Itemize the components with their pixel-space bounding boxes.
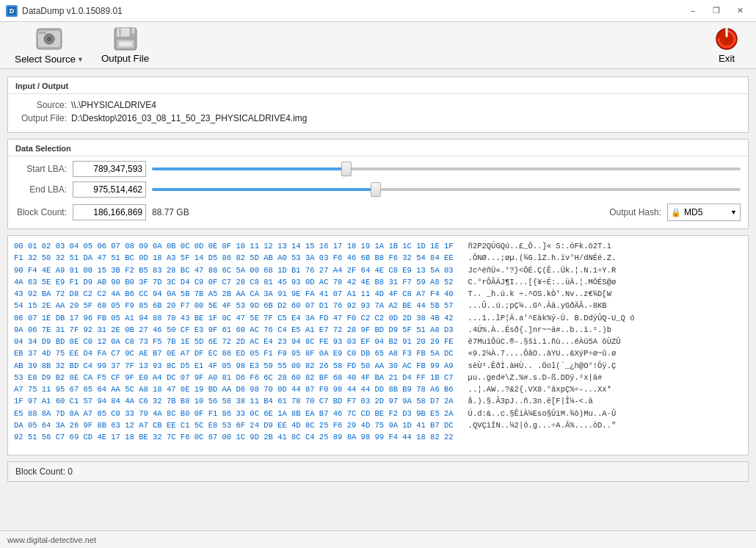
svg-point-6	[48, 38, 50, 40]
hex-bytes: 00 01 02 03 04 05 06 07 08 09 0A 0B 0C 0…	[14, 240, 454, 444]
restore-button[interactable]: ❐	[706, 4, 727, 18]
titlebar: D DataDump v1.0.15089.01 − ❐ ✕	[0, 0, 756, 22]
end-lba-row: End LBA:	[15, 181, 741, 198]
io-section: Input / Output Source: \\.\PHYSICALDRIVE…	[7, 76, 749, 133]
io-section-title: Input / Output	[8, 77, 748, 94]
end-lba-input[interactable]	[73, 181, 146, 198]
source-label: Source:	[15, 100, 67, 110]
exit-label: Exit	[719, 53, 735, 64]
block-count-bottom-label: Block Count: 0	[15, 466, 73, 477]
output-value: D:\Desktop\2016_03_08_11_50_23_PHYSICALD…	[71, 113, 308, 123]
block-count-input[interactable]	[73, 204, 146, 220]
source-row: Source: \\.\PHYSICALDRIVE4	[15, 100, 741, 110]
block-count-size: 88.77 GB	[152, 207, 189, 217]
svg-rect-13	[131, 28, 135, 34]
svg-text:D: D	[10, 7, 15, 15]
blockcount-row: Block Count: 88.77 GB Output Hash: 🔒 MD5…	[15, 203, 741, 221]
hdd-icon	[35, 26, 63, 52]
data-selection-title: Data Selection	[8, 140, 748, 156]
end-lba-label: End LBA:	[15, 184, 67, 195]
block-count-label: Block Count:	[15, 207, 67, 217]
hash-value: MD5	[684, 207, 702, 217]
hash-dropdown-arrow: ▼	[730, 209, 737, 216]
statusbar-text: www.digital-detective.net	[7, 536, 96, 544]
app-title: DataDump v1.0.15089.01	[22, 6, 123, 16]
output-file-button[interactable]: Output File	[94, 25, 156, 66]
main-content: Input / Output Source: \\.\PHYSICALDRIVE…	[0, 69, 756, 530]
svg-rect-12	[119, 42, 132, 46]
end-lba-slider-container	[152, 181, 741, 198]
io-section-body: Source: \\.\PHYSICALDRIVE4 Output File: …	[8, 94, 748, 132]
start-lba-input[interactable]	[73, 161, 146, 177]
source-value: \\.\PHYSICALDRIVE4	[71, 100, 156, 110]
hex-dump-section: 00 01 02 03 04 05 06 07 08 09 0A 0B 0C 0…	[7, 235, 749, 455]
start-lba-row: Start LBA:	[15, 161, 741, 177]
start-lba-fill	[152, 167, 346, 170]
data-selection-section: Data Selection Start LBA: End LBA:	[7, 139, 749, 229]
svg-rect-9	[117, 28, 130, 37]
block-count-display: Block Count: 0	[7, 461, 749, 482]
output-file-label: Output File	[101, 53, 149, 64]
hash-section: Output Hash: 🔒 MD5 ▼	[609, 203, 741, 221]
floppy-icon	[113, 26, 138, 51]
select-source-icon-wrap	[34, 26, 64, 52]
hash-label: Output Hash:	[609, 207, 661, 217]
exit-button[interactable]: Exit	[705, 25, 749, 66]
output-row: Output File: D:\Desktop\2016_03_08_11_50…	[15, 113, 741, 123]
svg-rect-7	[39, 32, 46, 34]
start-lba-label: Start LBA:	[15, 164, 67, 174]
select-source-dropdown-arrow: ▼	[77, 56, 84, 63]
data-selection-body: Start LBA: End LBA:	[8, 156, 748, 228]
end-lba-thumb[interactable]	[371, 182, 381, 197]
exit-icon	[714, 26, 739, 51]
hex-ascii: ñ2P2QÚGQú..£_Õ..]« S:.öFk.ò2T.ì .ÕNØ...;…	[468, 240, 635, 444]
close-button[interactable]: ✕	[730, 4, 750, 18]
start-lba-thumb[interactable]	[341, 162, 352, 176]
output-file-icon-wrap	[111, 26, 140, 51]
hex-content: 00 01 02 03 04 05 06 07 08 09 0A 0B 0C 0…	[14, 240, 742, 444]
start-lba-track	[152, 167, 741, 170]
hash-select-inner: 🔒 MD5	[671, 207, 702, 217]
end-lba-fill	[152, 188, 376, 191]
start-lba-slider-container	[152, 161, 741, 177]
statusbar: www.digital-detective.net	[0, 530, 756, 548]
hash-select[interactable]: 🔒 MD5 ▼	[667, 203, 741, 221]
select-source-label: Select Source	[15, 54, 76, 65]
app-icon: D	[6, 5, 18, 17]
titlebar-left: D DataDump v1.0.15089.01	[6, 5, 123, 17]
output-label: Output File:	[15, 113, 67, 123]
exit-icon-wrap	[712, 26, 741, 51]
svg-rect-10	[119, 29, 121, 36]
titlebar-controls: − ❐ ✕	[683, 4, 750, 18]
select-source-button[interactable]: Select Source ▼	[7, 25, 91, 66]
minimize-button[interactable]: −	[683, 4, 703, 18]
toolbar: Select Source ▼ Output File Exit	[0, 22, 756, 69]
end-lba-track	[152, 188, 741, 191]
